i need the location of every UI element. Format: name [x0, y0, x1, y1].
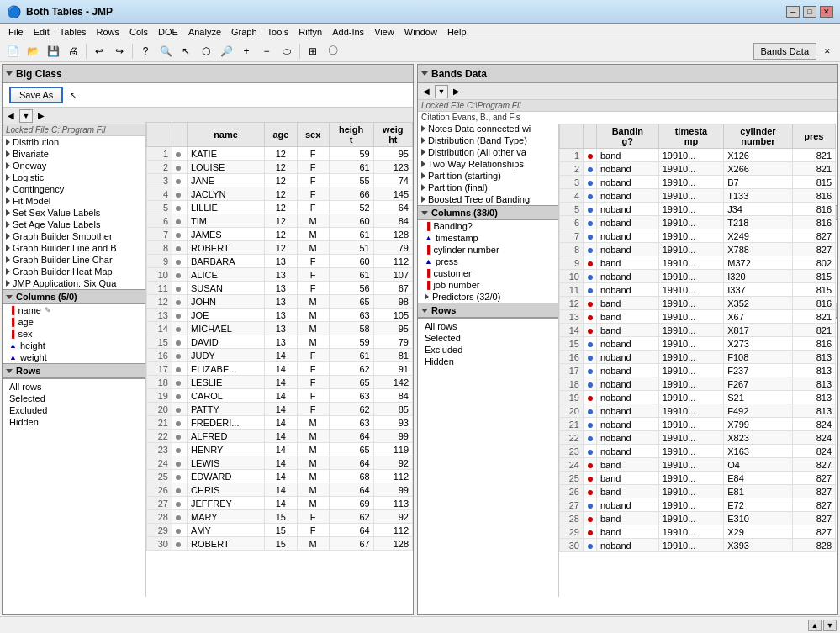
left-th-sex[interactable]: sex [297, 123, 329, 147]
right-th-banding[interactable]: Banding? [597, 124, 659, 149]
print-button[interactable]: 🖨 [64, 42, 82, 61]
script-graph-line-b-arrow[interactable] [6, 245, 10, 251]
left-nav-prev[interactable]: ◀ [6, 111, 16, 120]
redo-button[interactable]: ↪ [110, 42, 129, 61]
zoom-button[interactable]: 🔍 [156, 42, 175, 61]
row-dot [584, 485, 597, 498]
menu-doe[interactable]: DOE [153, 24, 183, 40]
right-columns-toggle[interactable] [421, 211, 428, 215]
right-th-cylinder[interactable]: cylindernumber [724, 124, 792, 149]
minus-button[interactable]: − [257, 42, 276, 61]
bands-data-tab[interactable]: Bands Data [753, 43, 816, 60]
menu-help[interactable]: Help [442, 24, 472, 40]
left-columns-toggle[interactable] [6, 295, 13, 299]
menu-tools[interactable]: Tools [262, 24, 294, 40]
plus-button[interactable]: + [237, 42, 256, 61]
column-button[interactable]: ⊞ [304, 42, 322, 61]
script-boosted-tree-arrow[interactable] [421, 196, 425, 203]
left-nav-dropdown[interactable]: ▼ [19, 109, 33, 123]
close-button[interactable]: ✕ [820, 6, 833, 18]
script-notes-arrow[interactable] [421, 125, 425, 132]
script-jmp-app-arrow[interactable] [6, 280, 10, 287]
right-nav-prev[interactable]: ◀ [421, 87, 431, 96]
right-th-press[interactable]: pres [792, 124, 835, 149]
menu-riffyn[interactable]: Riffyn [293, 24, 327, 40]
row-dot [584, 351, 597, 364]
script-fit-model-arrow[interactable] [6, 198, 10, 204]
right-th-timestamp[interactable]: timestamp [658, 124, 724, 149]
menu-view[interactable]: View [369, 24, 399, 40]
right-nav-dropdown[interactable]: ▼ [435, 85, 448, 98]
script-graph-line-c-arrow[interactable] [6, 256, 10, 263]
script-set-sex-arrow[interactable] [6, 209, 10, 216]
row-cyl: X249 [724, 229, 792, 243]
row-age: 14 [265, 483, 298, 497]
left-panel-collapse-button[interactable] [6, 71, 13, 76]
lasso-button[interactable]: ⬭ [277, 42, 296, 61]
left-rows-toggle[interactable] [6, 369, 13, 373]
row-cyl: T133 [724, 189, 792, 203]
script-distribution-arrow[interactable] [6, 139, 10, 145]
tab-close-button[interactable]: ✕ [818, 42, 837, 61]
right-table-row: 9 band 19910... M372 802 [560, 256, 836, 270]
script-dist-other-arrow[interactable] [421, 149, 425, 156]
script-oneway-arrow[interactable] [6, 162, 10, 169]
row-cyl: X266 [724, 162, 792, 176]
row-ts: 19910... [658, 243, 724, 256]
row-age: 12 [265, 161, 298, 174]
menu-addins[interactable]: Add-Ins [327, 24, 369, 40]
row-press: 816 [792, 216, 835, 229]
left-nav-next[interactable]: ▶ [36, 111, 46, 120]
script-partition-final-arrow[interactable] [421, 184, 425, 191]
graph-button[interactable]: 〇 [324, 42, 342, 61]
open-button[interactable]: 📂 [24, 42, 42, 61]
save-button[interactable]: 💾 [44, 42, 62, 61]
menu-window[interactable]: Window [399, 24, 442, 40]
menu-graph[interactable]: Graph [226, 24, 262, 40]
row-dot [172, 228, 188, 241]
script-logistic-arrow[interactable] [6, 174, 10, 181]
help-button[interactable]: ? [136, 42, 155, 61]
script-bivariate-arrow[interactable] [6, 150, 10, 157]
maximize-button[interactable]: □ [803, 6, 816, 18]
minimize-button[interactable]: ─ [786, 6, 800, 18]
script-graph-smoother-arrow[interactable] [6, 233, 10, 240]
row-ts: 19910... [658, 485, 724, 498]
menu-cols[interactable]: Cols [124, 24, 153, 40]
save-as-button[interactable]: Save As [9, 87, 63, 103]
script-dist-band-arrow[interactable] [421, 137, 425, 144]
rcol-banding-icon: ▐ [425, 222, 430, 230]
data-filter-button[interactable]: ⬡ [197, 42, 215, 61]
col-age-icon: ▐ [9, 318, 14, 326]
script-contingency-arrow[interactable] [6, 186, 10, 193]
status-down-button[interactable]: ▼ [823, 620, 837, 631]
undo-button[interactable]: ↩ [90, 42, 108, 61]
new-button[interactable]: 📄 [3, 42, 22, 61]
menu-file[interactable]: File [3, 24, 29, 40]
row-banding: noband [597, 431, 659, 445]
left-th-name[interactable]: name [188, 123, 265, 147]
row-name: EDWARD [188, 470, 265, 483]
rcol-predictors-arrow[interactable] [425, 293, 429, 300]
row-sex: M [297, 497, 329, 510]
search-button[interactable]: 🔎 [217, 42, 235, 61]
select-button[interactable]: ↖ [177, 42, 195, 61]
menu-analyze[interactable]: Analyze [183, 24, 226, 40]
script-two-way-arrow[interactable] [421, 161, 425, 167]
right-rows-toggle[interactable] [421, 309, 428, 313]
menu-tables[interactable]: Tables [55, 24, 92, 40]
left-th-age[interactable]: age [265, 123, 298, 147]
right-nav-next[interactable]: ▶ [452, 87, 462, 96]
menu-edit[interactable]: Edit [29, 24, 55, 40]
script-partition-start-arrow[interactable] [421, 172, 425, 179]
left-th-weight[interactable]: weight [373, 123, 412, 147]
right-table-row: 6 noband 19910... T218 816 [560, 216, 836, 229]
status-up-button[interactable]: ▲ [808, 620, 822, 631]
row-height: 62 [329, 510, 373, 524]
row-dot [584, 189, 597, 203]
script-set-age-arrow[interactable] [6, 221, 10, 228]
right-panel-collapse-button[interactable] [421, 71, 428, 76]
script-graph-heat-arrow[interactable] [6, 268, 10, 275]
menu-rows[interactable]: Rows [92, 24, 125, 40]
left-th-height[interactable]: height [329, 123, 373, 147]
